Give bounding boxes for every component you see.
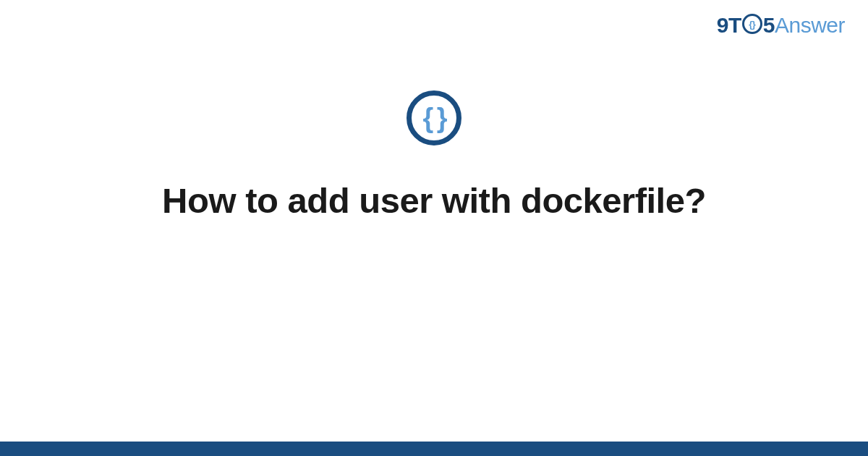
logo-circle-braces: {}	[749, 20, 755, 29]
footer-accent-bar	[0, 442, 868, 456]
site-logo: 9T {} 5 Answer	[717, 13, 845, 38]
logo-circle-icon: {}	[742, 14, 762, 34]
main-content: { } How to add user with dockerfile?	[0, 90, 868, 221]
code-braces-icon: { }	[407, 90, 461, 145]
logo-text-answer: Answer	[775, 13, 845, 38]
braces-glyph: { }	[422, 104, 445, 132]
logo-text-9t: 9T	[717, 13, 741, 38]
page-title: How to add user with dockerfile?	[162, 180, 706, 221]
logo-text-5: 5	[763, 13, 775, 38]
